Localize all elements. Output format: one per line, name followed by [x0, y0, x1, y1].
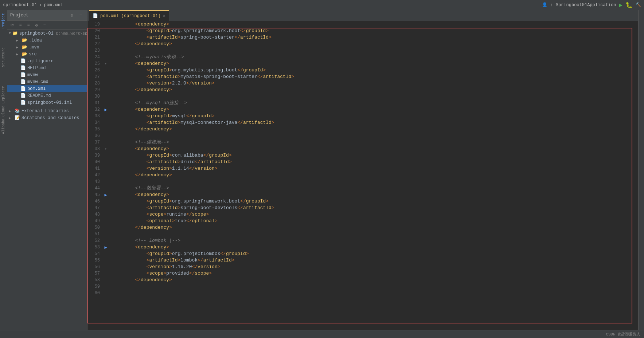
help-file-item[interactable]: 📄 HELP.md [7, 64, 87, 71]
mvnwcmd-file-item[interactable]: 📄 mvnw.cmd [7, 78, 87, 85]
readme-file-icon: 📄 [20, 93, 26, 98]
gutter-item [102, 185, 109, 192]
code-line: <dependency> [112, 60, 635, 67]
code-line: <groupId>com.alibaba</groupId> [112, 152, 635, 159]
line-number: 27 [87, 74, 100, 80]
panel-title: Project [10, 13, 28, 18]
line-number: 42 [87, 172, 100, 178]
line-number: 46 [87, 198, 100, 205]
root-arrow-icon: ▼ [9, 31, 11, 35]
gutter-item [102, 159, 109, 165]
gutter-item [102, 251, 109, 257]
collapse-all-icon[interactable]: ≡ [25, 21, 32, 29]
code-line: </dependency> [112, 224, 635, 231]
line-number: 55 [87, 257, 100, 264]
mvnwcmd-file-label: mvnw.cmd [27, 79, 48, 84]
line-number: 59 [87, 283, 100, 290]
project-root-label: springboot-01 D:\me_work\springboot-01 [19, 31, 87, 36]
right-sidebar[interactable] [638, 10, 644, 330]
line-number: 57 [87, 270, 100, 277]
line-number: 26 [87, 67, 100, 74]
line-number: 48 [87, 211, 100, 218]
fold-icon[interactable]: ▾ [105, 62, 107, 66]
gutter-item: ▶ [102, 106, 109, 113]
sync-icon[interactable]: ⟳ [9, 21, 16, 29]
run-config-label: Springboot01Application [556, 3, 616, 8]
gutter-item [102, 80, 109, 87]
mvn-folder-item[interactable]: ▶ 📂 .mvn [7, 44, 87, 51]
project-root-item[interactable]: ▼ 📁 springboot-01 D:\me_work\springboot-… [7, 30, 87, 37]
collapse-icon[interactable]: − [77, 12, 84, 19]
gutter-item: ▾ [102, 60, 109, 67]
run-arrow-icon[interactable]: ▶ [104, 192, 107, 198]
idea-folder-item[interactable]: ▶ 📂 .idea [7, 37, 87, 44]
line-number: 41 [87, 165, 100, 172]
line-number: 19 [87, 21, 100, 28]
pom-xml-file-icon: 📄 [20, 86, 26, 91]
project-tab-icon[interactable]: Project [1, 12, 5, 30]
tab-close-button[interactable]: × [163, 14, 165, 18]
code-line: <scope>provided</scope> [112, 270, 635, 277]
run-arrow-icon[interactable]: ▶ [104, 245, 107, 250]
user-icon: 👤 [542, 2, 547, 8]
line-number: 21 [87, 34, 100, 41]
fold-icon[interactable]: ▾ [105, 147, 107, 151]
settings-icon[interactable]: ⚙ [68, 12, 75, 19]
line-number: 23 [87, 47, 100, 54]
code-line: </dependency> [112, 277, 635, 283]
editor-content: 1920212223242526272829303132333435363738… [87, 21, 638, 330]
iml-file-item[interactable]: 📄 springboot-01.iml [7, 99, 87, 106]
line-number: 32 [87, 106, 100, 113]
line-number: 44 [87, 185, 100, 192]
build-icon[interactable]: 🔨 [636, 2, 641, 8]
code-line [112, 178, 635, 185]
expand-all-icon[interactable]: ≡ [17, 21, 24, 29]
pom-xml-tab-icon: 📄 [93, 13, 98, 19]
line-number: 47 [87, 205, 100, 211]
code-line [112, 93, 635, 100]
line-number: 56 [87, 264, 100, 270]
code-line: <dependency> [112, 192, 635, 198]
gutter-item: ▶ [102, 192, 109, 198]
gitignore-file-item[interactable]: 📄 .gitignore [7, 58, 87, 64]
gutter-item [102, 198, 109, 205]
src-folder-item[interactable]: ▶ 📂 src [7, 51, 87, 58]
debug-button[interactable]: 🐛 [625, 1, 633, 9]
mvnw-file-item[interactable]: 📄 mvnw [7, 71, 87, 78]
code-line: <!--连接池--> [112, 139, 635, 146]
gutter-item [102, 119, 109, 126]
mvn-folder-label: .mvn [29, 45, 39, 50]
pom-xml-file-item[interactable]: 📄 pom.xml [7, 85, 87, 92]
run-arrow-icon[interactable]: ▶ [104, 107, 107, 113]
line-number: 34 [87, 119, 100, 126]
gitignore-file-label: .gitignore [27, 59, 54, 64]
code-line: <!--热部署--> [112, 185, 635, 192]
line-number: 58 [87, 277, 100, 283]
external-libraries-item[interactable]: ▶ 📚 External Libraries [7, 107, 87, 114]
code-line: <!--mysql db连接--> [112, 100, 635, 106]
line-number: 50 [87, 224, 100, 231]
gutter-item [102, 290, 109, 296]
code-line: <artifactId>druid</artifactId> [112, 159, 635, 165]
line-numbers: 1920212223242526272829303132333435363738… [87, 21, 102, 330]
gutter-item [102, 205, 109, 211]
code-line [112, 231, 635, 237]
readme-file-item[interactable]: 📄 README.md [7, 92, 87, 99]
line-number: 20 [87, 28, 100, 34]
tab-bar: 📄 pom.xml (springboot-01) × [87, 10, 638, 21]
pom-xml-tab[interactable]: 📄 pom.xml (springboot-01) × [89, 10, 169, 21]
code-line: <scope>runtime</scope> [112, 211, 635, 218]
code-line: <!-- lombok |--> [112, 237, 635, 244]
code-line: <version>2.2.0</version> [112, 80, 635, 87]
code-line [112, 290, 635, 296]
code-area[interactable]: <dependency> <groupId>org.springframewor… [109, 21, 638, 330]
line-number: 24 [87, 54, 100, 60]
run-button[interactable]: ▶ [619, 1, 622, 9]
minus-icon[interactable]: − [41, 21, 48, 29]
structure-tab-icon[interactable]: Structure [1, 46, 5, 68]
gutter-item [102, 218, 109, 224]
alibaba-tab-icon[interactable]: Alibaba Cloud Explorer [1, 84, 5, 135]
scratches-consoles-item[interactable]: ▶ 📝 Scratches and Consoles [7, 114, 87, 121]
gear-icon[interactable]: ⚙ [33, 21, 40, 29]
gitignore-file-icon: 📄 [20, 58, 26, 64]
